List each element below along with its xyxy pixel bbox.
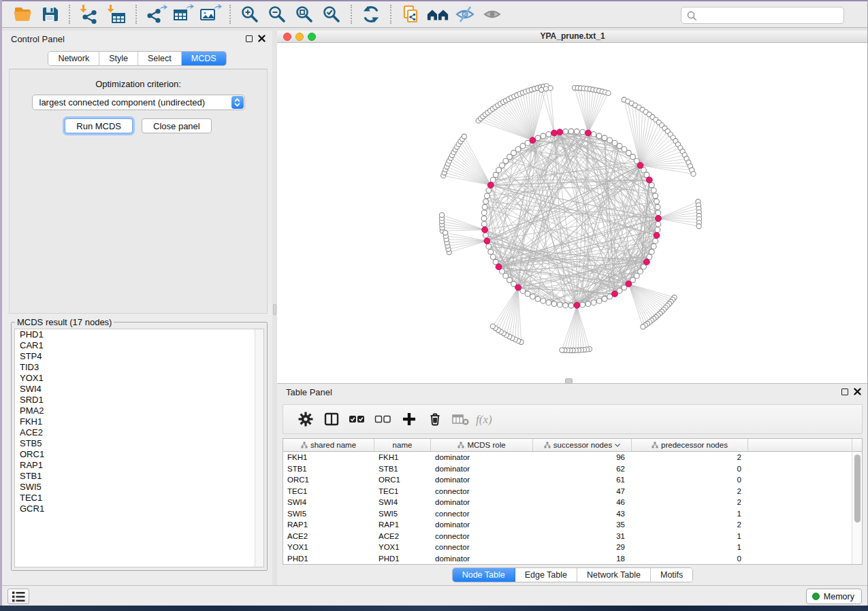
table-row[interactable]: FKH1FKH1dominator962 bbox=[283, 452, 852, 463]
table-row[interactable]: TEC1TEC1connector472 bbox=[283, 486, 852, 497]
first-neighbors-icon[interactable] bbox=[426, 3, 449, 25]
search-input[interactable] bbox=[701, 11, 843, 20]
table-row[interactable]: ORC1ORC1dominator610 bbox=[283, 474, 852, 486]
memory-button[interactable]: Memory bbox=[806, 589, 862, 604]
hide-graphics-details-icon[interactable] bbox=[453, 3, 477, 25]
splitter-grip[interactable] bbox=[273, 304, 276, 315]
network-node[interactable] bbox=[568, 303, 574, 308]
network-node[interactable] bbox=[630, 154, 636, 160]
network-node[interactable] bbox=[634, 273, 639, 278]
network-node[interactable] bbox=[490, 254, 496, 260]
tab-motifs[interactable]: Motifs bbox=[651, 568, 692, 582]
zoom-selected-icon[interactable] bbox=[320, 3, 343, 25]
table-cell[interactable]: SWI4 bbox=[283, 497, 374, 508]
mcds-node-item[interactable]: FKH1 bbox=[15, 416, 263, 427]
mcds-hub-node[interactable] bbox=[585, 130, 592, 136]
mcds-node-item[interactable]: SRD1 bbox=[15, 395, 263, 406]
network-node[interactable] bbox=[483, 199, 489, 204]
mcds-hub-node[interactable] bbox=[557, 129, 563, 135]
table-scrollbar[interactable] bbox=[852, 452, 862, 564]
delete-table-icon[interactable] bbox=[448, 407, 474, 431]
network-node[interactable] bbox=[551, 301, 557, 307]
column-header-name[interactable]: name bbox=[374, 439, 431, 451]
mcds-hub-node[interactable] bbox=[530, 137, 536, 144]
mcds-hub-node[interactable] bbox=[626, 281, 632, 287]
table-cell[interactable]: YOX1 bbox=[374, 542, 431, 553]
network-node[interactable] bbox=[503, 273, 509, 278]
close-panel-icon[interactable] bbox=[258, 35, 266, 42]
tab-style[interactable]: Style bbox=[99, 52, 138, 65]
table-cell[interactable]: 29 bbox=[533, 542, 632, 553]
mcds-node-item[interactable]: YOX1 bbox=[15, 373, 263, 384]
leaf-node[interactable] bbox=[462, 134, 466, 139]
mcds-hub-node[interactable] bbox=[496, 264, 502, 270]
table-cell[interactable]: TEC1 bbox=[374, 486, 431, 497]
mcds-hub-node[interactable] bbox=[551, 130, 558, 136]
table-cell[interactable]: SWI4 bbox=[374, 497, 431, 508]
network-node[interactable] bbox=[574, 129, 579, 134]
table-cell[interactable]: 0 bbox=[632, 474, 748, 486]
mcds-node-item[interactable]: CAR1 bbox=[15, 340, 263, 351]
optimization-criterion-select[interactable]: largest connected component (undirected) bbox=[32, 95, 245, 110]
network-node[interactable] bbox=[493, 172, 498, 178]
network-node[interactable] bbox=[617, 144, 622, 149]
network-node[interactable] bbox=[654, 199, 660, 204]
network-node[interactable] bbox=[541, 133, 546, 139]
mcds-hub-node[interactable] bbox=[656, 216, 662, 222]
network-node[interactable] bbox=[541, 298, 546, 303]
network-canvas[interactable] bbox=[277, 43, 868, 382]
mcds-hub-node[interactable] bbox=[484, 238, 490, 244]
maximize-window-icon[interactable] bbox=[308, 33, 316, 41]
tab-mcds[interactable]: MCDS bbox=[182, 52, 226, 65]
network-node[interactable] bbox=[481, 221, 487, 227]
leaf-node[interactable] bbox=[606, 90, 611, 95]
table-cell[interactable]: PHD1 bbox=[283, 553, 374, 565]
mcds-hub-node[interactable] bbox=[646, 177, 652, 183]
network-node[interactable] bbox=[488, 249, 494, 254]
close-panel-icon[interactable] bbox=[854, 388, 861, 395]
table-cell[interactable]: SWI5 bbox=[283, 508, 374, 520]
table-options-gear-icon[interactable] bbox=[293, 407, 319, 431]
network-node[interactable] bbox=[612, 140, 617, 146]
zoom-in-icon[interactable] bbox=[238, 3, 261, 25]
network-node[interactable] bbox=[649, 182, 654, 188]
export-table-icon[interactable] bbox=[172, 3, 195, 25]
network-node[interactable] bbox=[591, 300, 596, 306]
network-node[interactable] bbox=[656, 210, 661, 216]
network-node[interactable] bbox=[568, 129, 574, 134]
network-node[interactable] bbox=[546, 300, 551, 306]
mcds-node-item[interactable]: PMA2 bbox=[15, 406, 263, 416]
table-cell[interactable]: PHD1 bbox=[374, 553, 431, 565]
network-node[interactable] bbox=[557, 302, 562, 308]
add-column-icon[interactable] bbox=[396, 407, 422, 431]
apply-function-icon[interactable]: f(x) bbox=[474, 407, 500, 431]
network-node[interactable] bbox=[596, 298, 602, 303]
table-cell[interactable]: ORC1 bbox=[283, 474, 374, 486]
import-table-icon[interactable] bbox=[105, 3, 128, 25]
table-cell[interactable]: connector bbox=[431, 542, 533, 553]
column-header-successor-nodes[interactable]: successor nodes bbox=[533, 439, 632, 451]
table-cell[interactable]: 0 bbox=[632, 463, 748, 475]
mcds-hub-node[interactable] bbox=[487, 182, 494, 188]
network-node[interactable] bbox=[653, 238, 658, 244]
tab-edge-table[interactable]: Edge Table bbox=[515, 568, 577, 582]
table-cell[interactable]: RAP1 bbox=[283, 519, 374, 531]
table-cell[interactable]: 2 bbox=[632, 497, 748, 508]
network-node[interactable] bbox=[511, 150, 517, 156]
mcds-list-scrollbar[interactable] bbox=[255, 329, 263, 567]
network-node[interactable] bbox=[546, 131, 551, 137]
table-cell[interactable]: dominator bbox=[431, 497, 533, 508]
table-cell[interactable]: 1 bbox=[632, 531, 748, 542]
network-node[interactable] bbox=[481, 210, 487, 216]
mcds-node-item[interactable]: SWI5 bbox=[15, 482, 263, 493]
network-graph[interactable] bbox=[277, 43, 868, 382]
table-cell[interactable]: 35 bbox=[533, 519, 632, 531]
delete-column-icon[interactable] bbox=[422, 407, 448, 431]
mcds-hub-node[interactable] bbox=[643, 259, 649, 265]
network-node[interactable] bbox=[651, 188, 656, 193]
horizontal-splitter-grip[interactable] bbox=[565, 378, 573, 384]
network-node[interactable] bbox=[483, 233, 489, 238]
table-cell[interactable]: dominator bbox=[431, 553, 533, 565]
network-node[interactable] bbox=[507, 278, 513, 283]
leaf-node[interactable] bbox=[560, 348, 564, 352]
